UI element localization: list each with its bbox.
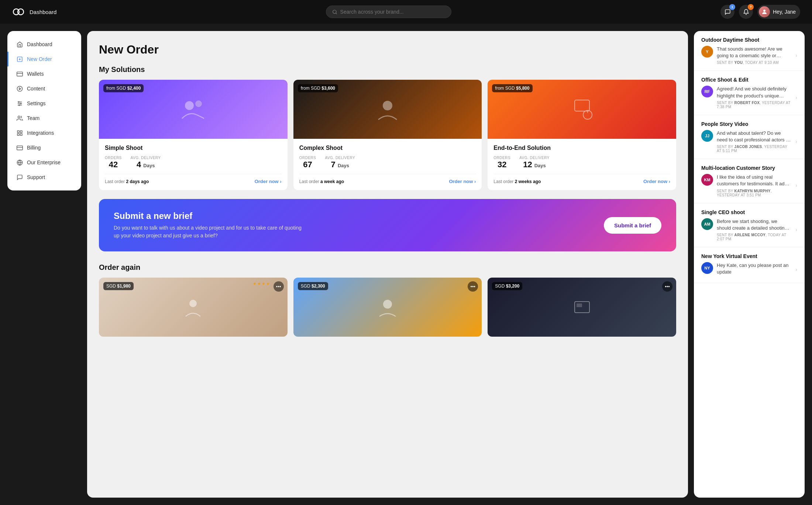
e2e-image: from SGD $5,800 [488, 80, 676, 139]
conv-1-title: Outdoor Daytime Shoot [701, 37, 797, 43]
simple-shoot-order-now[interactable]: Order now › [255, 179, 282, 184]
solution-card-simple-shoot: from SGD $2,400 Simple Shoot ORDERS 42 A… [99, 80, 288, 190]
complex-shoot-body: Complex Shoot ORDERS 67 AVG. DELIVERY 7 … [293, 139, 482, 190]
conv-5-chevron: › [795, 227, 797, 233]
sidebar-item-wallets[interactable]: Wallets [7, 66, 81, 81]
brief-text: Submit a new brief Do you want to talk w… [114, 211, 306, 240]
sidebar-item-our-enterprise[interactable]: Our Enterprise [7, 155, 81, 170]
svg-point-18 [18, 116, 20, 118]
sidebar-item-new-order[interactable]: New Order [7, 52, 81, 66]
sidebar-item-dashboard[interactable]: Dashboard [7, 37, 81, 52]
conv-5-avatar: AM [701, 218, 713, 230]
sidebar-label-settings: Settings [27, 100, 46, 106]
conv-1-text: That sounds awesome! Are we going to a c… [717, 46, 792, 59]
simple-shoot-stats: ORDERS 42 AVG. DELIVERY 4 Days [105, 156, 282, 169]
order-card-3: SGD $3,200 ••• [488, 278, 676, 337]
avg-delivery-label2: AVG. DELIVERY [325, 156, 355, 160]
svg-point-33 [189, 300, 197, 307]
conv-3-chevron: › [795, 138, 797, 144]
order-3-menu[interactable]: ••• [662, 281, 672, 292]
orders-label2: ORDERS [299, 156, 316, 160]
e2e-orders: 32 [493, 160, 510, 169]
solution-card-complex-shoot: from SGD $3,600 Complex Shoot ORDERS 67 … [293, 80, 482, 190]
sidebar-item-billing[interactable]: Billing [7, 140, 81, 155]
order-2-price: SGD $2,300 [298, 282, 328, 290]
user-menu-button[interactable]: Hey, Jane [757, 5, 800, 19]
credit-card-icon [16, 144, 23, 151]
solutions-section-title: My Solutions [99, 65, 676, 74]
svg-line-3 [336, 13, 337, 14]
svg-rect-20 [20, 131, 22, 133]
simple-shoot-image: from SGD $2,400 [99, 80, 288, 139]
complex-shoot-last-order: Last order a week ago [299, 179, 344, 184]
play-circle-icon [16, 85, 23, 92]
plus-square-icon [16, 55, 23, 63]
order-1-price: SGD $1,980 [103, 282, 134, 290]
submit-brief-button[interactable]: Submit a brief [604, 217, 661, 234]
sidebar-item-integrations[interactable]: Integrations [7, 126, 81, 140]
sidebar: Dashboard New Order Wallets Content Sett… [7, 31, 81, 190]
conv-3-preview: JJ And what about talent? Do we need to … [701, 130, 797, 153]
conv-6-message: Hey Kate, can you please post an update [717, 262, 792, 277]
search-icon [332, 9, 337, 15]
conv-3-avatar: JJ [701, 130, 713, 142]
conv-2-chevron: › [795, 95, 797, 100]
conv-3-message: And what about talent? Do we need to cas… [717, 130, 792, 153]
complex-shoot-order-now[interactable]: Order now › [449, 179, 476, 184]
sliders-icon [16, 100, 23, 107]
sidebar-label-billing: Billing [27, 145, 41, 151]
simple-shoot-price: $2,400 [127, 86, 141, 91]
sidebar-item-settings[interactable]: Settings [7, 96, 81, 111]
conv-5-text: Before we start shooting, we should crea… [717, 218, 792, 231]
e2e-price: $5,800 [516, 86, 530, 91]
avg-delivery-label: AVG. DELIVERY [131, 156, 161, 160]
conv-4-title: Multi-location Customer Story [701, 165, 797, 171]
e2e-body: End-to-End Solution ORDERS 32 AVG. DELIV… [488, 139, 676, 190]
conv-item-5[interactable]: Single CEO shoot AM Before we start shoo… [694, 203, 805, 247]
conv-1-preview: Y That sounds awesome! Are we going to a… [701, 46, 797, 65]
sidebar-item-team[interactable]: Team [7, 111, 81, 126]
simple-shoot-delivery: 4 Days [131, 160, 161, 169]
e2e-order-now[interactable]: Order now › [643, 179, 670, 184]
svg-marker-11 [19, 87, 21, 90]
svg-point-4 [763, 10, 765, 12]
order-1-menu[interactable]: ••• [273, 281, 284, 292]
svg-rect-36 [577, 303, 582, 307]
conv-item-1[interactable]: Outdoor Daytime Shoot Y That sounds awes… [694, 31, 805, 71]
svg-point-16 [20, 103, 21, 104]
simple-shoot-last-order: Last order 2 days ago [105, 179, 149, 184]
sidebar-item-support[interactable]: Support [7, 170, 81, 185]
complex-shoot-orders-block: ORDERS 67 [299, 156, 316, 169]
conv-item-2[interactable]: Office Shoot & Edit RF Agreed! And we sh… [694, 71, 805, 115]
conv-item-4[interactable]: Multi-location Customer Story KM I like … [694, 159, 805, 203]
simple-shoot-delivery-block: AVG. DELIVERY 4 Days [131, 156, 161, 169]
sidebar-label-new-order: New Order [27, 56, 52, 62]
conv-item-6[interactable]: New York Virtual Event NY Hey Kate, can … [694, 247, 805, 283]
message-circle-icon [16, 174, 23, 181]
search-box[interactable] [326, 6, 451, 18]
order-again-grid: SGD $1,980 ★★★★ ••• SGD $2,300 ••• [99, 278, 676, 337]
e2e-delivery-block: AVG. DELIVERY 12 Days [519, 156, 550, 169]
sidebar-label-team: Team [27, 115, 39, 121]
app-title: Dashboard [30, 9, 56, 15]
svg-point-17 [18, 104, 20, 106]
brief-banner: Submit a new brief Do you want to talk w… [99, 199, 676, 251]
content-area: New Order My Solutions from SGD $2,400 [87, 31, 688, 498]
messages-button[interactable]: 1 [720, 5, 734, 19]
svg-point-28 [195, 100, 202, 107]
conv-4-chevron: › [795, 182, 797, 188]
notifications-button[interactable]: 7 [739, 5, 753, 19]
brief-title: Submit a new brief [114, 211, 306, 221]
complex-shoot-delivery: 7 Days [325, 160, 355, 169]
main-layout: Dashboard New Order Wallets Content Sett… [0, 24, 812, 505]
sidebar-item-content[interactable]: Content [7, 81, 81, 96]
solution-card-e2e: from SGD $5,800 End-to-End Solution ORDE… [488, 80, 676, 190]
user-name: Hey, Jane [773, 9, 796, 15]
conv-4-preview: KM I like the idea of using real custome… [701, 174, 797, 197]
conv-5-meta: SENT BY ARLENE MCCOY, TODAY AT 2:07 PM [717, 233, 792, 241]
search-input[interactable] [340, 9, 445, 15]
conv-1-avatar: Y [701, 46, 713, 58]
logo[interactable]: Dashboard [12, 5, 56, 18]
complex-shoot-image: from SGD $3,600 [293, 80, 482, 139]
conv-item-3[interactable]: People Story Video JJ And what about tal… [694, 115, 805, 159]
